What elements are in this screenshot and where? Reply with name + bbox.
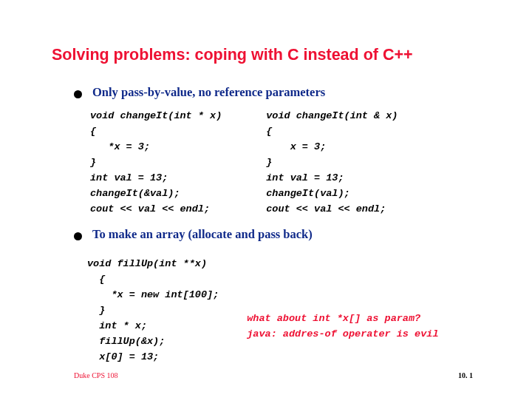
- slide: Solving problems: coping with C instead …: [0, 0, 532, 365]
- code-note-1: what about int *x[] as param?: [247, 313, 420, 324]
- bullet-icon: [74, 232, 82, 240]
- code-left: void changeIt(int * x) { *x = 3; } int v…: [90, 109, 222, 217]
- code-note-2: java: addres-of operater is evil: [247, 328, 438, 340]
- bullet-text: Only pass-by-value, no reference paramet…: [92, 85, 325, 100]
- code-block-2: void fillUp(int **x) { *x = new int[100]…: [52, 249, 480, 365]
- bullet-item: Only pass-by-value, no reference paramet…: [74, 85, 480, 100]
- code-main: void fillUp(int **x) { *x = new int[100]…: [87, 257, 219, 365]
- bullet-item: To make an array (allocate and pass back…: [74, 227, 480, 242]
- code-columns: void changeIt(int * x) { *x = 3; } int v…: [90, 109, 480, 217]
- slide-title: Solving problems: coping with C instead …: [52, 46, 480, 64]
- code-right: void changeIt(int & x) { x = 3; } int va…: [266, 109, 398, 217]
- footer-left: Duke CPS 108: [74, 371, 117, 379]
- bullet-icon: [74, 90, 82, 98]
- code-block-1: void changeIt(int * x) { *x = 3; } int v…: [90, 109, 480, 217]
- code-annotation: what about int *x[] as param? java: addr…: [247, 249, 438, 365]
- footer-right: 10. 1: [458, 371, 473, 379]
- bullet-text: To make an array (allocate and pass back…: [92, 227, 313, 242]
- footer: Duke CPS 108 10. 1: [74, 371, 473, 379]
